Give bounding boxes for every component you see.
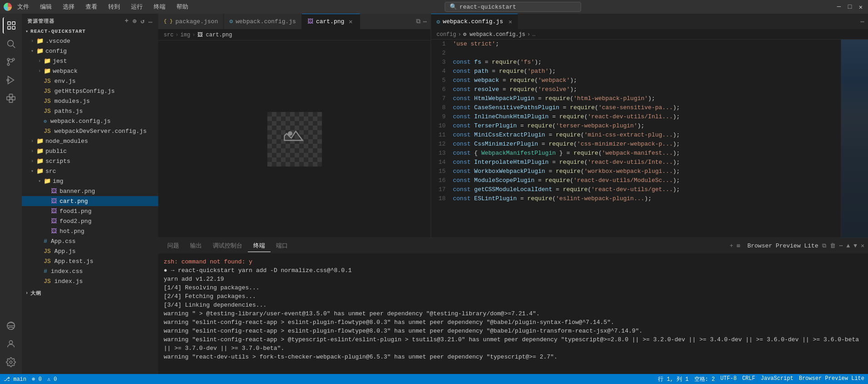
- tree-item-label: src: [45, 168, 56, 175]
- tree-arrow: ›: [29, 159, 35, 164]
- tree-item-label: scripts: [45, 158, 70, 165]
- tree-item-public[interactable]: › 📁 public: [22, 146, 158, 156]
- tree-item-vscode[interactable]: › 📁 .vscode: [22, 36, 158, 46]
- activity-account[interactable]: [3, 336, 19, 352]
- activity-run-debug[interactable]: [3, 72, 19, 88]
- menu-view[interactable]: 查看: [84, 2, 99, 12]
- terminal-tab-output[interactable]: 输出: [185, 240, 207, 252]
- tree-item-src[interactable]: ▾ 📁 src: [22, 166, 158, 176]
- menu-file[interactable]: 文件: [15, 2, 31, 12]
- menu-help[interactable]: 帮助: [175, 2, 190, 12]
- status-branch[interactable]: ⎇ main: [4, 376, 26, 383]
- new-folder-icon[interactable]: ⊕: [133, 17, 137, 25]
- tree-item-config[interactable]: ▾ 📁 config: [22, 46, 158, 56]
- tree-item-label: config: [45, 48, 67, 55]
- status-encoding[interactable]: UTF-8: [720, 375, 737, 383]
- tree-item-env-js[interactable]: › JS env.js: [22, 76, 158, 86]
- minimize-button[interactable]: ─: [835, 3, 843, 10]
- editor-area: { } package.json ⚙ webpack.config.js 🖼 c…: [158, 14, 868, 374]
- terminal-tab-debug[interactable]: 调试控制台: [207, 240, 248, 252]
- activity-explorer[interactable]: [3, 17, 19, 34]
- terminal-tab-terminal[interactable]: 终端: [248, 240, 271, 252]
- new-file-icon[interactable]: +: [125, 17, 129, 25]
- status-browser-preview[interactable]: Browser Preview Lite: [799, 375, 864, 383]
- tree-item-app-js[interactable]: › JS App.js: [22, 246, 158, 256]
- tree-item-gethttps[interactable]: › JS getHttpsConfig.js: [22, 86, 158, 96]
- tab-icon-webpack: ⚙: [437, 18, 440, 25]
- tree-item-food2-png[interactable]: › 🖼 food2.png: [22, 216, 158, 226]
- window-controls: ─ □ ✕: [835, 3, 864, 10]
- terminal-delete-icon[interactable]: 🗑: [830, 243, 836, 249]
- more-tabs-icon[interactable]: ⋯: [861, 18, 864, 25]
- tab-label: package.json: [176, 18, 218, 25]
- status-warnings[interactable]: ⚠ 0: [47, 376, 57, 383]
- terminal-close-icon[interactable]: ✕: [861, 242, 864, 249]
- tree-item-index-css[interactable]: › # index.css: [22, 266, 158, 276]
- terminal-tab-problems[interactable]: 问题: [162, 240, 185, 252]
- terminal-tab-ports[interactable]: 端口: [271, 240, 293, 252]
- bc-src: src: [164, 32, 174, 38]
- tree-item-node-modules[interactable]: › 📁 node_modules: [22, 136, 158, 146]
- menu-goto[interactable]: 转到: [106, 2, 122, 12]
- tab-close-webpack[interactable]: ✕: [508, 18, 512, 25]
- tree-item-hot-png[interactable]: › 🖼 hot.png: [22, 226, 158, 236]
- terminal-chevron-down-icon[interactable]: ▼: [853, 243, 857, 249]
- tab-webpack-config-left[interactable]: ⚙ webpack.config.js: [224, 14, 301, 30]
- tree-section-outline[interactable]: › 大纲: [22, 288, 158, 298]
- tree-root-react-quickstart[interactable]: ▾ REACT-QUICKSTART: [22, 27, 158, 36]
- tree-item-index-js[interactable]: › JS index.js: [22, 276, 158, 286]
- split-terminal-icon[interactable]: ⊞: [737, 243, 740, 249]
- tree-item-jest[interactable]: › 📁 jest: [22, 56, 158, 66]
- tree-item-modules-js[interactable]: › JS modules.js: [22, 96, 158, 106]
- split-editor-icon[interactable]: ⧉: [416, 18, 421, 25]
- activity-extensions[interactable]: [3, 90, 19, 106]
- tab-webpack-config-right[interactable]: ⚙ webpack.config.js ✕: [431, 14, 518, 30]
- menu-terminal[interactable]: 终端: [152, 2, 167, 12]
- activity-source-control[interactable]: [3, 54, 19, 70]
- tree-item-app-test-js[interactable]: › JS App.test.js: [22, 256, 158, 266]
- tree-item-paths-js[interactable]: › JS paths.js: [22, 106, 158, 116]
- menu-edit[interactable]: 编辑: [38, 2, 54, 12]
- tab-package-json[interactable]: { } package.json: [158, 14, 224, 30]
- tree-item-scripts[interactable]: › 📁 scripts: [22, 156, 158, 166]
- tree-item-cart-png[interactable]: › 🖼 cart.png: [22, 196, 158, 206]
- activity-remote[interactable]: [3, 318, 19, 334]
- tree-item-app-css[interactable]: › # App.css: [22, 236, 158, 246]
- status-eol[interactable]: CRLF: [742, 375, 755, 383]
- tree-item-img[interactable]: ▾ 📁 img: [22, 176, 158, 186]
- tree-arrow: ›: [36, 59, 43, 64]
- terminal-chevron-up-icon[interactable]: ▲: [847, 243, 850, 249]
- terminal-tab-bar: 问题 输出 调试控制台 终端 端口 +: [158, 238, 868, 254]
- terminal-warn-3: warning "eslint-config-react-app > eslin…: [164, 327, 863, 335]
- search-bar[interactable]: 🔍 react-quickstart: [445, 2, 581, 12]
- tree-item-webpack-config[interactable]: › ⚙ webpack.config.js: [22, 116, 158, 126]
- tree-item-webpackdev[interactable]: › JS webpackDevServer.config.js: [22, 126, 158, 136]
- js-file-icon: JS: [44, 98, 51, 105]
- svg-point-17: [10, 361, 12, 364]
- tab-close-cart[interactable]: ✕: [347, 18, 354, 25]
- status-spaces[interactable]: 空格: 2: [694, 375, 715, 383]
- activity-search[interactable]: [3, 35, 19, 52]
- status-errors[interactable]: ⊗ 0: [32, 376, 42, 383]
- close-button[interactable]: ✕: [857, 3, 864, 10]
- refresh-icon[interactable]: ↺: [140, 17, 145, 25]
- status-position[interactable]: 行 1, 列 1: [658, 375, 688, 383]
- menu-run[interactable]: 运行: [129, 2, 145, 12]
- more-actions-icon[interactable]: ⋯: [423, 18, 427, 25]
- image-preview-area: [158, 40, 431, 237]
- collapse-all-icon[interactable]: …: [149, 17, 153, 25]
- new-terminal-icon[interactable]: +: [730, 243, 733, 249]
- tree-item-webpack-folder[interactable]: › 📁 webpack: [22, 66, 158, 76]
- js-file-icon: JS: [44, 128, 51, 135]
- tree-item-banner-png[interactable]: › 🖼 banner.png: [22, 186, 158, 196]
- menu-select[interactable]: 选择: [61, 2, 76, 12]
- activity-settings[interactable]: [3, 354, 19, 370]
- terminal-split-view-icon[interactable]: ⧉: [822, 243, 826, 249]
- folder-icon: 📁: [36, 157, 44, 165]
- tab-cart-png[interactable]: 🖼 cart.png ✕: [302, 14, 360, 30]
- maximize-button[interactable]: □: [846, 3, 853, 10]
- tree-item-food1-png[interactable]: › 🖼 food1.png: [22, 206, 158, 216]
- status-language[interactable]: JavaScript: [761, 375, 793, 383]
- terminal-more-icon[interactable]: ⋯: [839, 242, 843, 249]
- tree-arrow: ▾: [36, 178, 43, 184]
